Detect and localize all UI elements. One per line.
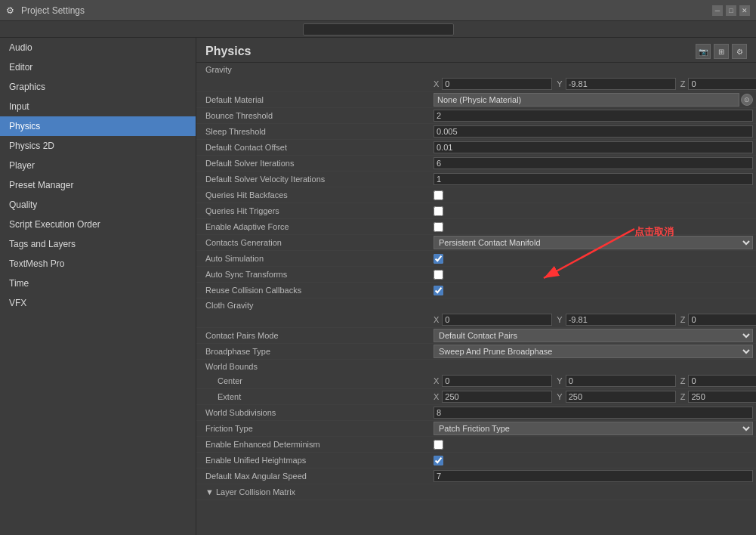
friction-type-row: Friction Type Patch Friction Type — [196, 421, 756, 437]
sidebar-item-textmesh[interactable]: TextMesh Pro — [0, 254, 196, 274]
extent-y-input[interactable] — [566, 391, 676, 403]
sidebar-item-physics[interactable]: Physics — [0, 116, 196, 136]
queries-triggers-checkbox[interactable] — [434, 206, 443, 216]
queries-triggers-row: Queries Hit Triggers — [196, 203, 756, 219]
unified-heightmaps-value — [430, 456, 756, 465]
bounce-threshold-input[interactable] — [434, 110, 753, 122]
sidebar-item-player[interactable]: Player — [0, 156, 196, 175]
default-material-btn[interactable]: None (Physic Material) — [434, 93, 739, 107]
adaptive-force-value — [430, 222, 756, 232]
solver-velocity-input[interactable] — [434, 173, 753, 185]
cloth-x-label: X — [434, 315, 439, 324]
center-y-input[interactable] — [566, 375, 676, 387]
world-bounds-section-label: World Bounds — [196, 360, 756, 373]
extent-z-input[interactable] — [688, 391, 756, 403]
header-settings-btn[interactable]: ⚙ — [732, 44, 747, 59]
enhanced-determinism-checkbox[interactable] — [434, 440, 443, 450]
window-close[interactable]: ✕ — [739, 5, 750, 16]
cloth-gravity-value: X Y Z — [430, 313, 756, 326]
cloth-z-label: Z — [680, 315, 686, 324]
auto-simulation-row: Auto Simulation — [196, 251, 756, 267]
broadphase-type-label: Broadphase Type — [196, 345, 430, 358]
center-z-input[interactable] — [688, 375, 756, 387]
auto-simulation-value — [430, 254, 756, 264]
default-material-value: None (Physic Material) ⊙ — [430, 93, 756, 107]
sidebar-item-editor[interactable]: Editor — [0, 57, 196, 77]
gravity-z-input[interactable] — [688, 78, 756, 90]
window-maximize[interactable]: □ — [726, 5, 736, 16]
contact-offset-input[interactable] — [434, 141, 753, 153]
queries-backfaces-checkbox[interactable] — [434, 190, 443, 200]
sleep-threshold-label: Sleep Threshold — [196, 125, 430, 138]
auto-simulation-checkbox[interactable] — [434, 254, 443, 264]
reuse-collision-checkbox[interactable] — [434, 286, 443, 295]
search-input[interactable] — [303, 23, 454, 36]
search-bar — [0, 21, 756, 38]
reuse-collision-row: Reuse Collision Callbacks — [196, 283, 756, 298]
queries-triggers-value — [430, 206, 756, 216]
broadphase-type-select[interactable]: Sweep And Prune Broadphase — [434, 345, 753, 358]
header-layout-btn[interactable]: ⊞ — [714, 44, 729, 59]
world-subdivisions-input[interactable] — [434, 407, 753, 419]
title-bar: ⚙ Project Settings ─ □ ✕ — [0, 0, 756, 21]
cloth-y-input[interactable] — [566, 314, 676, 326]
contact-pairs-select[interactable]: Default Contact Pairs — [434, 329, 753, 342]
gravity-y-label: Y — [557, 79, 562, 88]
header-capture-btn[interactable]: 📷 — [696, 44, 711, 59]
sidebar-item-preset-manager[interactable]: Preset Manager — [0, 175, 196, 195]
gravity-row: X Y Z — [196, 76, 756, 92]
sleep-threshold-input[interactable] — [434, 125, 753, 138]
sidebar-item-vfx[interactable]: VFX — [0, 293, 196, 313]
world-bounds-center-row: Center X Y Z — [196, 373, 756, 389]
sidebar-item-graphics[interactable]: Graphics — [0, 77, 196, 97]
gravity-x-input[interactable] — [442, 78, 552, 90]
auto-simulation-label: Auto Simulation — [196, 252, 430, 265]
contacts-generation-select[interactable]: Persistent Contact Manifold — [434, 236, 753, 249]
contact-offset-value — [430, 141, 756, 153]
bounce-threshold-row: Bounce Threshold — [196, 108, 756, 124]
center-x-input[interactable] — [442, 375, 552, 387]
gravity-y-input[interactable] — [566, 78, 676, 90]
sidebar-item-audio[interactable]: Audio — [0, 38, 196, 57]
window-minimize[interactable]: ─ — [712, 5, 723, 16]
content-header: Physics 📷 ⊞ ⚙ — [196, 38, 756, 63]
gravity-value: X Y Z — [430, 77, 756, 91]
adaptive-force-label: Enable Adaptive Force — [196, 220, 430, 233]
contact-offset-label: Default Contact Offset — [196, 141, 430, 154]
contacts-generation-label: Contacts Generation — [196, 236, 430, 249]
max-angular-speed-input[interactable] — [434, 470, 753, 482]
auto-sync-value — [430, 270, 756, 280]
main-layout: Audio Editor Graphics Input Physics Phys… — [0, 38, 756, 535]
unified-heightmaps-checkbox[interactable] — [434, 456, 443, 465]
header-icons: 📷 ⊞ ⚙ — [696, 44, 747, 59]
queries-backfaces-value — [430, 190, 756, 200]
layer-collision-row[interactable]: ▼ Layer Collision Matrix — [196, 484, 756, 500]
cloth-z-input[interactable] — [688, 314, 756, 326]
sidebar-item-quality[interactable]: Quality — [0, 195, 196, 215]
extent-x-label: X — [434, 392, 439, 401]
sidebar: Audio Editor Graphics Input Physics Phys… — [0, 38, 196, 535]
bounce-threshold-value — [430, 110, 756, 122]
sidebar-item-script-execution[interactable]: Script Execution Order — [0, 215, 196, 234]
default-material-label: Default Material — [196, 93, 430, 107]
content-area: Physics 📷 ⊞ ⚙ Gravity X Y Z — [196, 38, 756, 535]
center-z-label: Z — [680, 376, 686, 385]
extent-x-input[interactable] — [442, 391, 552, 403]
enhanced-determinism-row: Enable Enhanced Determinism — [196, 437, 756, 453]
solver-iterations-input[interactable] — [434, 157, 753, 169]
auto-sync-checkbox[interactable] — [434, 270, 443, 280]
sidebar-item-time[interactable]: Time — [0, 274, 196, 293]
world-bounds-extent-label: Extent — [196, 390, 430, 404]
friction-type-label: Friction Type — [196, 422, 430, 435]
sidebar-item-tags-layers[interactable]: Tags and Layers — [0, 234, 196, 254]
layer-collision-label: ▼ Layer Collision Matrix — [196, 485, 430, 499]
material-select-btn[interactable]: ⊙ — [741, 94, 753, 106]
sidebar-item-physics2d[interactable]: Physics 2D — [0, 136, 196, 156]
world-subdivisions-value — [430, 407, 756, 419]
gravity-x-label: X — [434, 79, 439, 88]
cloth-y-label: Y — [557, 315, 562, 324]
friction-type-select[interactable]: Patch Friction Type — [434, 422, 753, 435]
cloth-x-input[interactable] — [442, 314, 552, 326]
adaptive-force-checkbox[interactable] — [434, 222, 443, 232]
sidebar-item-input[interactable]: Input — [0, 97, 196, 116]
